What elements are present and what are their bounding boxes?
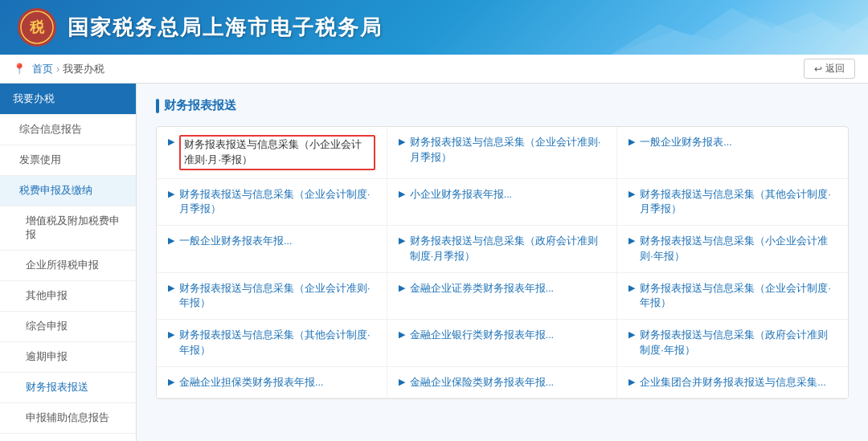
- arrow-icon: ▶: [628, 377, 635, 387]
- sidebar-item-zonghe[interactable]: 综合信息报告: [0, 115, 136, 145]
- sidebar-item-shenbao[interactable]: 申报辅助信息报告: [0, 403, 136, 434]
- item-link: 金融企业银行类财务报表年报...: [410, 328, 554, 343]
- return-label: 返回: [825, 62, 845, 76]
- breadcrumb-home[interactable]: 首页: [32, 62, 53, 76]
- list-item[interactable]: ▶ 金融企业担保类财务报表年报...: [157, 367, 387, 399]
- return-button[interactable]: ↩ 返回: [804, 59, 855, 79]
- sidebar-item-woyaobanshu[interactable]: 我要办税: [0, 84, 136, 115]
- item-link: 财务报表报送与信息采集（小企业会计准则·年报）: [640, 234, 837, 264]
- item-link: 财务报表报送与信息采集（企业会计制度·年报）: [640, 281, 837, 312]
- items-grid: ▶ 财务报表报送与信息采集（小企业会计准则·月·季报） ▶ 财务报表报送与信息采…: [156, 126, 849, 399]
- list-item[interactable]: ▶ 财务报表报送与信息采集（企业会计制度·月季报）: [157, 179, 387, 227]
- item-link: 财务报表报送与信息采集（企业会计制度·月季报）: [179, 187, 375, 218]
- arrow-icon: ▶: [628, 235, 635, 246]
- list-item[interactable]: ▶ 财务报表报送与信息采集（其他会计制度·年报）: [157, 320, 387, 367]
- arrow-icon: ▶: [628, 283, 635, 293]
- item-link: 财务报表报送与信息采集（企业会计准则·年报）: [179, 281, 375, 312]
- list-item[interactable]: ▶ 金融企业保险类财务报表年报...: [387, 367, 618, 399]
- return-icon: ↩: [814, 63, 822, 75]
- sidebar-item-caiwu[interactable]: 财务报表报送: [0, 373, 136, 403]
- location-icon: 📍: [13, 63, 26, 75]
- navbar: 📍 首页 › 我要办税 ↩ 返回: [0, 55, 868, 84]
- list-item[interactable]: ▶ 财务报表报送与信息采集（企业会计准则·月季报）: [387, 127, 618, 179]
- sidebar: 我要办税 综合信息报告 发票使用 税费申报及缴纳 增值税及附加税费申报 企业所得…: [0, 84, 137, 441]
- list-item[interactable]: ▶ 财务报表报送与信息采集（企业会计制度·年报）: [617, 273, 848, 321]
- arrow-icon: ▶: [399, 235, 405, 246]
- mountain-decoration: [611, 0, 868, 55]
- sidebar-item-qiye[interactable]: 企业所得税申报: [0, 251, 136, 281]
- item-link: 财务报表报送与信息采集（小企业会计准则·月·季报）: [179, 135, 375, 170]
- sidebar-item-guoqi[interactable]: 逾期申报: [0, 342, 136, 373]
- breadcrumb: 📍 首页 › 我要办税: [13, 62, 104, 76]
- breadcrumb-current: 我要办税: [63, 62, 104, 76]
- arrow-icon: ▶: [168, 137, 174, 147]
- layout: 我要办税 综合信息报告 发票使用 税费申报及缴纳 增值税及附加税费申报 企业所得…: [0, 84, 868, 441]
- list-item[interactable]: ▶ 财务报表报送与信息采集（其他会计制度·月季报）: [617, 179, 848, 227]
- item-link: 一般企业财务报表年报...: [179, 234, 292, 249]
- item-link: 财务报表报送与信息采集（企业会计准则·月季报）: [410, 135, 606, 165]
- logo-icon: 税: [16, 6, 58, 48]
- list-item[interactable]: ▶ 一般企业财务报表年报...: [157, 226, 387, 273]
- arrow-icon: ▶: [399, 137, 405, 147]
- list-item[interactable]: ▶ 财务报表报送与信息采集（小企业会计准则·年报）: [617, 226, 848, 273]
- arrow-icon: ▶: [399, 329, 405, 340]
- arrow-icon: ▶: [168, 189, 174, 199]
- arrow-icon: ▶: [168, 235, 174, 246]
- list-item[interactable]: ▶ 金融企业银行类财务报表年报...: [387, 320, 618, 367]
- main-content: 财务报表报送 ▶ 财务报表报送与信息采集（小企业会计准则·月·季报） ▶ 财务报…: [137, 84, 868, 441]
- list-item[interactable]: ▶ 企业集团合并财务报表报送与信息采集...: [617, 367, 848, 399]
- sidebar-item-zengjia[interactable]: 增值税及附加税费申报: [0, 206, 136, 251]
- list-item[interactable]: ▶ 金融企业证券类财务报表年报...: [387, 273, 618, 321]
- item-link: 金融企业证券类财务报表年报...: [410, 281, 554, 296]
- item-link: 财务报表报送与信息采集（政府会计准则制度·月季报）: [410, 234, 606, 264]
- item-link: 财务报表报送与信息采集（其他会计制度·月季报）: [640, 187, 837, 218]
- item-link: 金融企业保险类财务报表年报...: [410, 375, 554, 390]
- arrow-icon: ▶: [168, 329, 174, 340]
- item-link: 小企业财务报表年报...: [410, 187, 512, 202]
- list-item[interactable]: ▶ 财务报表报送与信息采集（政府会计准则制度·月季报）: [387, 226, 618, 273]
- item-link: 财务报表报送与信息采集（其他会计制度·年报）: [179, 328, 375, 358]
- sidebar-item-shuifei[interactable]: 税费申报及缴纳: [0, 176, 136, 206]
- sidebar-item-shuijiaojiao[interactable]: 税费缴纳: [0, 434, 136, 441]
- section-title: 财务报表报送: [156, 98, 849, 113]
- arrow-icon: ▶: [168, 377, 174, 387]
- item-link: 一般企业财务报表...: [640, 135, 731, 150]
- item-link: 金融企业担保类财务报表年报...: [179, 375, 323, 390]
- arrow-icon: ▶: [399, 377, 405, 387]
- item-link: 企业集团合并财务报表报送与信息采集...: [640, 375, 825, 390]
- list-item[interactable]: ▶ 财务报表报送与信息采集（企业会计准则·年报）: [157, 273, 387, 321]
- sidebar-item-fashuiyongfei[interactable]: 发票使用: [0, 145, 136, 176]
- header: 税 国家税务总局上海市电子税务局: [0, 0, 868, 55]
- list-item[interactable]: ▶ 财务报表报送与信息采集（小企业会计准则·月·季报）: [157, 127, 387, 179]
- list-item[interactable]: ▶ 财务报表报送与信息采集（政府会计准则制度·年报）: [617, 320, 848, 367]
- arrow-icon: ▶: [399, 283, 405, 293]
- arrow-icon: ▶: [628, 137, 635, 147]
- sidebar-item-zonghe2[interactable]: 综合申报: [0, 312, 136, 342]
- sidebar-item-qita[interactable]: 其他申报: [0, 281, 136, 312]
- arrow-icon: ▶: [399, 189, 405, 199]
- arrow-icon: ▶: [168, 283, 174, 293]
- breadcrumb-sep: ›: [56, 63, 59, 75]
- arrow-icon: ▶: [628, 189, 635, 199]
- header-title: 国家税务总局上海市电子税务局: [68, 14, 383, 42]
- arrow-icon: ▶: [628, 329, 635, 340]
- item-link: 财务报表报送与信息采集（政府会计准则制度·年报）: [640, 328, 837, 358]
- list-item[interactable]: ▶ 一般企业财务报表...: [617, 127, 848, 179]
- list-item[interactable]: ▶ 小企业财务报表年报...: [387, 179, 618, 227]
- svg-text:税: 税: [29, 19, 45, 35]
